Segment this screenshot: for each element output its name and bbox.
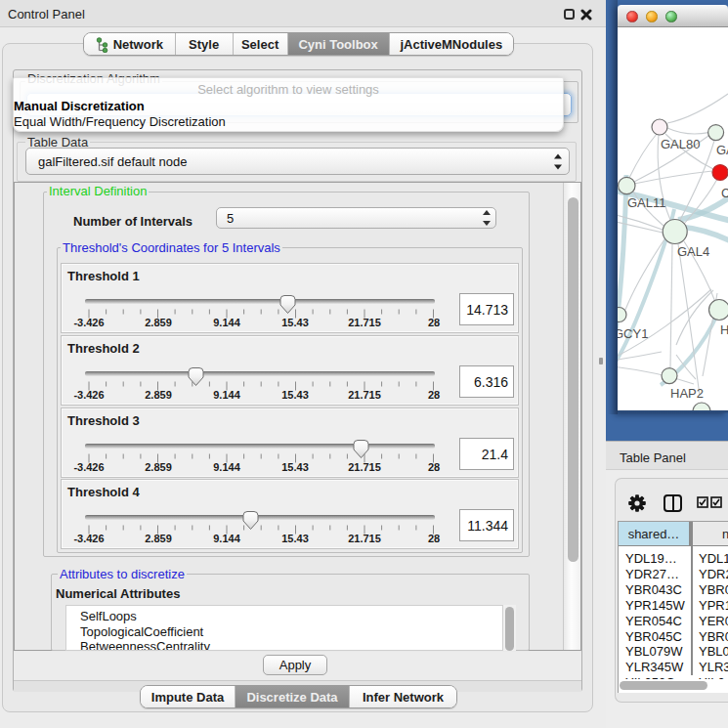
svg-text:HAP2: HAP2 bbox=[670, 386, 704, 401]
svg-text:GAL7: GAL7 bbox=[716, 143, 728, 157]
svg-text:GCY1: GCY1 bbox=[618, 326, 648, 341]
svg-text:HIS4: HIS4 bbox=[720, 322, 728, 337]
svg-text:CDC19: CDC19 bbox=[721, 186, 728, 200]
svg-text:GAL4: GAL4 bbox=[677, 244, 709, 259]
svg-text:GAL11: GAL11 bbox=[627, 195, 666, 210]
svg-text:GAL80: GAL80 bbox=[661, 137, 700, 151]
